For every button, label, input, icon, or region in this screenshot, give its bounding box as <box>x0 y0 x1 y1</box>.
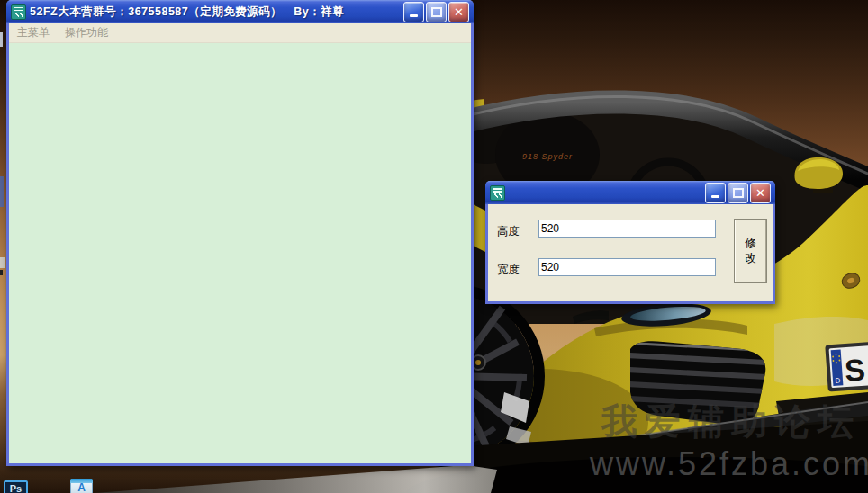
dialog-close-button[interactable]: ✕ <box>750 183 771 203</box>
height-input[interactable] <box>538 220 716 238</box>
menu-item-operations[interactable]: 操作功能 <box>65 25 108 40</box>
size-dialog: ✕ 高度 宽度 修改 <box>485 181 775 304</box>
dialog-minimize-button[interactable] <box>705 183 726 203</box>
watermark-site-url: www.52fzba.com <box>589 445 868 482</box>
minimize-button[interactable] <box>403 2 424 22</box>
main-window: 52FZ大本营群号：367558587（定期免费源码） By：祥尊 ✕ 主菜单 … <box>6 0 474 466</box>
easy-language-icon <box>490 185 505 201</box>
width-input[interactable] <box>538 258 716 276</box>
close-icon: ✕ <box>755 186 765 198</box>
height-label: 高度 <box>497 224 520 239</box>
main-titlebar[interactable]: 52FZ大本营群号：367558587（定期免费源码） By：祥尊 ✕ <box>6 0 474 23</box>
dialog-titlebar[interactable]: ✕ <box>485 181 775 204</box>
watermark-forum-name: 我爱辅助论坛 <box>601 401 861 441</box>
close-icon: ✕ <box>454 5 464 17</box>
plate-country-text: D <box>835 376 841 384</box>
desktop: 918 Spyder <box>0 0 868 493</box>
box-flap <box>70 479 93 483</box>
maximize-icon <box>431 7 442 17</box>
width-label: 宽度 <box>497 263 520 278</box>
main-window-title: 52FZ大本营群号：367558587（定期免费源码） By：祥尊 <box>30 4 400 20</box>
dialog-body: 高度 宽度 修改 <box>488 204 773 301</box>
plate-letter-text: S <box>844 353 866 388</box>
easy-language-icon <box>11 4 26 20</box>
window-controls: ✕ <box>403 2 469 22</box>
maximize-button[interactable] <box>426 2 447 22</box>
dialog-window-controls: ✕ <box>705 183 771 203</box>
app-box-icon[interactable]: A <box>70 479 93 493</box>
menu-item-main-menu[interactable]: 主菜单 <box>17 25 50 40</box>
main-menubar: 主菜单 操作功能 <box>9 23 471 43</box>
minimize-icon <box>410 14 418 17</box>
dialog-maximize-button[interactable] <box>728 183 748 203</box>
license-plate: D S <box>825 340 868 391</box>
minimize-icon <box>711 195 719 198</box>
headrest-badge-text: 918 Spyder <box>522 152 573 161</box>
maximize-icon <box>733 188 744 198</box>
modify-button[interactable]: 修改 <box>734 219 767 283</box>
close-button[interactable]: ✕ <box>448 2 469 22</box>
photoshop-icon[interactable]: Ps <box>4 480 28 493</box>
main-client-area[interactable] <box>9 43 471 463</box>
